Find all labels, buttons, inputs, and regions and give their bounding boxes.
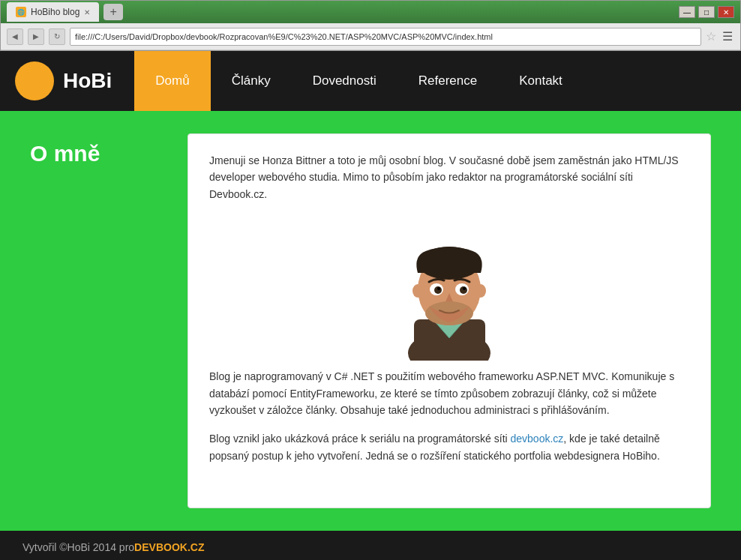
portrait-svg — [392, 222, 508, 361]
avatar-icon — [21, 64, 48, 97]
sidebar-title: O mně — [30, 133, 165, 508]
nav-item-reference[interactable]: Reference — [398, 51, 498, 111]
svg-point-12 — [463, 287, 466, 290]
svg-point-6 — [476, 284, 486, 298]
paragraph-origin-before: Blog vznikl jako ukázková práce k seriál… — [209, 433, 511, 445]
svg-point-0 — [27, 66, 42, 84]
maximize-button[interactable]: □ — [698, 6, 715, 18]
content-box: Jmenuji se Honza Bittner a toto je můj o… — [188, 133, 711, 508]
svg-point-5 — [412, 284, 423, 298]
site-name: HoBi — [63, 69, 112, 93]
main-nav: Domů Články Dovednosti Reference Kontakt — [134, 51, 583, 111]
nav-item-clanky[interactable]: Články — [211, 51, 292, 111]
nav-item-kontakt[interactable]: Kontakt — [498, 51, 584, 111]
minimize-button[interactable]: — — [679, 6, 695, 18]
svg-point-11 — [437, 287, 440, 290]
window-controls: — □ ✕ — [679, 6, 734, 18]
title-bar-left: 🌐 HoBiho blog ✕ + — [7, 2, 123, 22]
logo-area: HoBi — [15, 61, 112, 100]
nav-item-dovednosti[interactable]: Dovednosti — [292, 51, 398, 111]
portrait-container — [209, 214, 689, 368]
footer-link[interactable]: DEVBOOK.CZ — [134, 541, 204, 553]
new-tab-button[interactable]: + — [104, 4, 122, 20]
paragraph-origin: Blog vznikl jako ukázková práce k seriál… — [209, 430, 689, 464]
tab-favicon: 🌐 — [16, 7, 26, 17]
browser-tab[interactable]: 🌐 HoBiho blog ✕ — [7, 2, 99, 22]
main-area: O mně Jmenuji se Honza Bittner a toto je… — [0, 111, 741, 531]
nav-item-domu[interactable]: Domů — [134, 51, 210, 111]
back-button[interactable]: ◀ — [7, 28, 23, 45]
paragraph-intro: Jmenuji se Honza Bittner a toto je můj o… — [209, 152, 689, 202]
tab-title: HoBiho blog — [31, 7, 80, 17]
site-footer: Vytvořil ©HoBi 2014 pro DEVBOOK.CZ — [0, 531, 741, 560]
address-bar: ◀ ▶ ↻ ☆ ☰ — [1, 23, 740, 50]
site-header: HoBi Domů Články Dovednosti Reference Ko… — [0, 51, 741, 111]
site-container: HoBi Domů Články Dovednosti Reference Ko… — [0, 51, 741, 560]
tab-close-button[interactable]: ✕ — [84, 8, 90, 16]
paragraph-tech: Blog je naprogramovaný v C# .NET s použi… — [209, 368, 689, 418]
devbook-link[interactable]: devbook.cz — [511, 433, 564, 445]
forward-button[interactable]: ▶ — [28, 28, 44, 45]
footer-text: Vytvořil ©HoBi 2014 pro — [22, 541, 134, 553]
bookmark-icon[interactable]: ☆ — [706, 29, 716, 43]
address-input[interactable] — [70, 28, 701, 46]
close-button[interactable]: ✕ — [718, 6, 734, 18]
refresh-button[interactable]: ↻ — [49, 28, 65, 45]
avatar — [15, 61, 54, 100]
title-bar: 🌐 HoBiho blog ✕ + — □ ✕ — [1, 1, 740, 23]
menu-button[interactable]: ☰ — [721, 28, 734, 45]
